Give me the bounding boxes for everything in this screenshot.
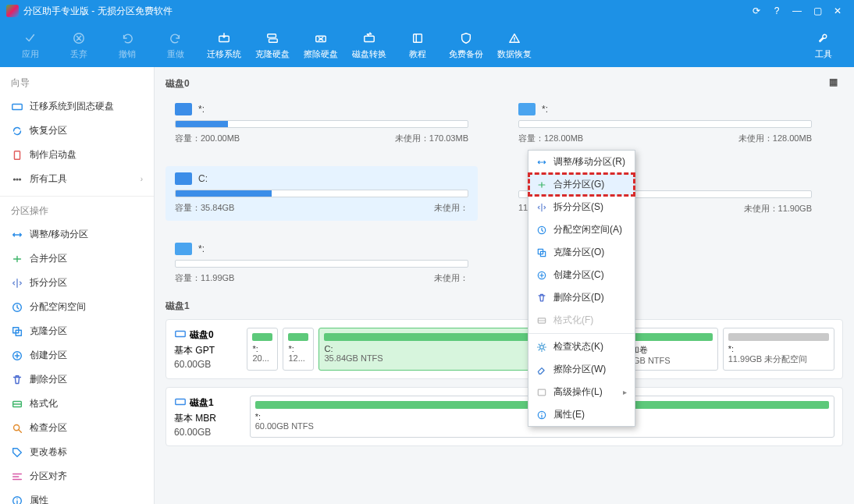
sidebar-item-clone-p[interactable]: 克隆分区 [0, 319, 154, 343]
toolbar-discard-button: 丢弃 [55, 23, 103, 66]
minimize-button[interactable]: — [787, 3, 807, 19]
tag-icon [11, 446, 23, 459]
convert-icon [361, 30, 378, 47]
sidebar-item-format[interactable]: 格式化 [0, 392, 154, 416]
disk1-heading: 磁盘1 [165, 300, 843, 313]
disk-strip: 磁盘1基本 MBR60.00GB*:60.00GB NTFS [165, 387, 843, 446]
maximize-button[interactable]: ▢ [807, 3, 827, 19]
svg-rect-6 [414, 34, 422, 42]
sidebar-item-migrate-ssd[interactable]: 迁移系统到固态硬盘 [0, 94, 154, 119]
drive-icon [175, 243, 192, 255]
sidebar-guide-header: 向导 [0, 73, 154, 94]
svg-point-26 [540, 345, 544, 349]
usage-bar [518, 120, 812, 128]
usage-bar [175, 120, 468, 128]
check-icon [22, 30, 39, 47]
toolbar-undo-button: 撤销 [103, 23, 151, 66]
toolbar-backup-button[interactable]: 免费备份 [442, 23, 490, 66]
partition-segment[interactable]: *:11.99GB 未分配空间 [723, 328, 834, 371]
toolbar-tools-button[interactable]: 工具 [799, 23, 848, 66]
volume-card[interactable]: *:容量：200.00MB未使用：170.03MB [165, 97, 478, 151]
split-icon [11, 277, 23, 289]
toolbar-migrate-button[interactable]: 迁移系统 [200, 23, 248, 66]
context-menu-alloc[interactable]: 分配空闲空间(A) [528, 218, 635, 241]
format-icon [536, 315, 547, 326]
trash-icon [536, 293, 547, 303]
disk0-heading: 磁盘0 ▦ [165, 76, 843, 91]
sidebar-item-recover-part[interactable]: 恢复分区 [0, 119, 154, 143]
sidebar-item-align[interactable]: 分区对齐 [0, 464, 154, 488]
sidebar-item-delete[interactable]: 删除分区 [0, 367, 154, 392]
context-menu: 调整/移动分区(R)合并分区(G)拆分分区(S)分配空闲空间(A)克隆分区(O)… [528, 150, 635, 427]
drive-icon [11, 101, 23, 113]
context-menu-split[interactable]: 拆分分区(S) [528, 196, 635, 218]
plus-icon [536, 270, 547, 281]
sidebar-item-all-tools[interactable]: 所有工具› [0, 167, 154, 191]
warning-icon [506, 30, 523, 47]
context-menu-merge[interactable]: 合并分区(G) [528, 173, 635, 196]
clock-icon [11, 301, 23, 314]
close-button[interactable]: ✕ [827, 3, 848, 19]
drive-icon [174, 328, 187, 343]
context-menu-create[interactable]: 创建分区(C) [528, 264, 635, 286]
sidebar-item-merge[interactable]: 合并分区 [0, 247, 154, 271]
svg-rect-7 [12, 104, 22, 109]
more-icon [11, 173, 23, 186]
context-menu-chkfs[interactable]: 检查状态(K) [528, 335, 635, 358]
toolbar-tutorial-button[interactable]: 教程 [393, 23, 442, 66]
toolbar-convert-button[interactable]: 磁盘转换 [345, 23, 393, 66]
sidebar-item-alloc[interactable]: 分配空闲空间 [0, 295, 154, 319]
context-menu-adv[interactable]: 高级操作(L)▸ [528, 381, 635, 403]
drive-x-icon [312, 30, 329, 47]
sidebar-item-make-boot[interactable]: 制作启动盘 [0, 143, 154, 167]
copy-icon [11, 325, 23, 338]
svg-point-10 [16, 179, 18, 180]
context-menu-wipe[interactable]: 擦除分区(W) [528, 358, 635, 381]
x-circle-icon [70, 30, 87, 47]
svg-rect-20 [176, 399, 185, 404]
toolbar-clone-button[interactable]: 克隆硬盘 [248, 23, 297, 66]
trash-icon [11, 374, 23, 386]
volume-card[interactable]: *:容量：128.00MB未使用：128.00MB [509, 97, 821, 151]
drives-icon [264, 30, 281, 47]
context-menu-delete[interactable]: 删除分区(D) [528, 286, 635, 309]
view-toggle-icon[interactable]: ▦ [829, 76, 843, 91]
plus-icon [11, 350, 23, 362]
sidebar-item-check[interactable]: 检查分区 [0, 416, 154, 440]
help-button[interactable]: ? [767, 3, 787, 19]
volume-card[interactable]: *:容量：11.99GB未使用： [165, 236, 478, 290]
copy-icon [536, 247, 547, 258]
svg-rect-19 [176, 331, 185, 336]
partition-segment[interactable]: *:12... [283, 328, 314, 371]
svg-rect-3 [269, 38, 278, 41]
toolbar: 应用丢弃撤销重做迁移系统克隆硬盘擦除硬盘磁盘转换教程免费备份数据恢复工具 [0, 22, 854, 67]
context-menu-prop[interactable]: 属性(E) [528, 403, 635, 426]
context-menu-clone[interactable]: 克隆分区(O) [528, 241, 635, 264]
drive-icon [518, 103, 536, 115]
sidebar-item-resize[interactable]: 调整/移动分区 [0, 222, 154, 247]
gear-icon [536, 342, 547, 353]
context-menu-format: 格式化(F) [528, 309, 635, 332]
toolbar-recover-button[interactable]: 数据恢复 [490, 23, 539, 66]
disk-info: 磁盘0基本 GPT60.00GB [174, 328, 242, 371]
redo-icon [167, 30, 184, 47]
merge-icon [536, 179, 547, 190]
svg-point-11 [20, 179, 21, 180]
disk-strip: 磁盘0基本 GPT60.00GB*:20...*:12...C:35.84GB … [165, 319, 843, 379]
undo-icon [119, 30, 136, 47]
volume-card[interactable]: C:容量：35.84GB未使用： [165, 166, 478, 221]
partition-segment[interactable]: *:20... [247, 328, 278, 371]
refresh-button[interactable]: ⟳ [746, 3, 767, 19]
menu-separator [528, 333, 635, 334]
toolbar-wipe-button[interactable]: 擦除硬盘 [297, 23, 345, 66]
book-icon [409, 30, 426, 47]
sidebar-item-create[interactable]: 创建分区 [0, 343, 154, 367]
context-menu-resize[interactable]: 调整/移动分区(R) [528, 151, 635, 173]
usage-bar [175, 260, 468, 268]
sidebar-item-split[interactable]: 拆分分区 [0, 271, 154, 295]
sidebar-item-prop[interactable]: 属性 [0, 488, 154, 504]
content-area: 磁盘0 ▦ *:容量：200.00MB未使用：170.03MB*:容量：128.… [155, 67, 854, 504]
sidebar-item-explore[interactable]: 更改卷标 [0, 440, 154, 464]
split-icon [536, 202, 547, 213]
shield-icon [457, 30, 475, 47]
